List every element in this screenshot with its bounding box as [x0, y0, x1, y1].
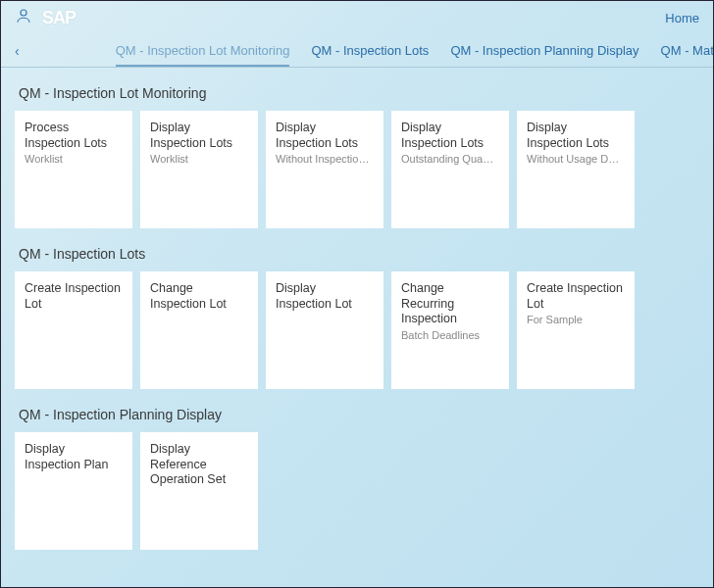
tile-create-inspection-lot-sample[interactable]: Create Inspection Lot For Sample — [517, 271, 635, 389]
tile-title: Change Inspection Lot — [150, 281, 248, 312]
tile-title: Display Reference Operation Set — [150, 442, 248, 488]
tile-title: Create Inspection Lot — [527, 281, 625, 312]
home-link[interactable]: Home — [665, 11, 699, 25]
section-inspection-lots: QM - Inspection Lots Create Inspection L… — [15, 246, 699, 389]
tile-title: Change Recurring Inspection — [401, 281, 499, 327]
section-title: QM - Inspection Lot Monitoring — [19, 85, 699, 101]
logo-text: SAP — [42, 8, 76, 27]
tile-display-inspection-plan[interactable]: Display Inspection Plan — [15, 432, 132, 550]
section-title: QM - Inspection Planning Display — [19, 407, 699, 422]
tile-subtitle: Outstanding Quantiti… — [401, 153, 499, 165]
anchor-bar: ‹ QM - Inspection Lot Monitoring QM - In… — [1, 34, 713, 68]
tile-subtitle: Worklist — [150, 153, 248, 165]
tile-display-inspection-lots-without-c[interactable]: Display Inspection Lots Without Inspecti… — [266, 111, 383, 228]
back-button[interactable]: ‹ — [15, 43, 24, 59]
tile-change-recurring-inspection[interactable]: Change Recurring Inspection Batch Deadli… — [391, 271, 509, 389]
tile-subtitle: Without Usage Decis… — [527, 153, 625, 165]
shell-header: SAP Home — [1, 1, 713, 34]
tile-display-reference-operation-set[interactable]: Display Reference Operation Set — [140, 432, 258, 550]
anchor-inspection-planning-display[interactable]: QM - Inspection Planning Display — [450, 35, 638, 66]
section-inspection-planning-display: QM - Inspection Planning Display Display… — [15, 407, 699, 550]
tile-subtitle: Without Inspection C… — [276, 153, 374, 165]
tile-row: Process Inspection Lots Worklist Display… — [15, 111, 699, 228]
tile-create-inspection-lot[interactable]: Create Inspection Lot — [15, 271, 132, 389]
user-icon[interactable] — [15, 7, 32, 28]
tile-title: Create Inspection Lot — [25, 281, 123, 312]
tile-display-inspection-lot[interactable]: Display Inspection Lot — [266, 271, 383, 389]
tile-title: Display Inspection Plan — [25, 442, 123, 472]
tile-title: Display Inspection Lots — [150, 121, 248, 151]
anchor-inspection-lot-monitoring[interactable]: QM - Inspection Lot Monitoring — [116, 35, 290, 66]
section-title: QM - Inspection Lots — [19, 246, 699, 262]
tile-title: Process Inspection Lots — [25, 121, 123, 151]
tile-display-inspection-lots-without-ud[interactable]: Display Inspection Lots Without Usage De… — [517, 111, 635, 228]
tile-process-inspection-lots[interactable]: Process Inspection Lots Worklist — [15, 111, 132, 228]
tile-subtitle: Worklist — [25, 153, 123, 165]
tile-display-inspection-lots-outstanding[interactable]: Display Inspection Lots Outstanding Quan… — [391, 111, 509, 228]
tile-subtitle: For Sample — [527, 314, 625, 325]
tile-title: Display Inspection Lots — [527, 121, 625, 151]
tile-row: Display Inspection Plan Display Referenc… — [15, 432, 699, 550]
tile-title: Display Inspection Lots — [276, 121, 374, 151]
sap-logo: SAP — [42, 8, 76, 28]
section-inspection-lot-monitoring: QM - Inspection Lot Monitoring Process I… — [15, 85, 699, 228]
anchor-inspection-lots[interactable]: QM - Inspection Lots — [311, 35, 429, 66]
tile-change-inspection-lot[interactable]: Change Inspection Lot — [140, 271, 258, 389]
tile-row: Create Inspection Lot Change Inspection … — [15, 271, 699, 389]
anchor-material-s[interactable]: QM - Material S — [661, 35, 713, 66]
tile-display-inspection-lots-worklist[interactable]: Display Inspection Lots Worklist — [140, 111, 258, 228]
tile-subtitle: Batch Deadlines — [401, 329, 499, 341]
svg-point-0 — [21, 10, 26, 16]
tile-title: Display Inspection Lot — [276, 281, 374, 312]
tile-title: Display Inspection Lots — [401, 121, 499, 151]
launchpad-content: QM - Inspection Lot Monitoring Process I… — [1, 68, 713, 581]
